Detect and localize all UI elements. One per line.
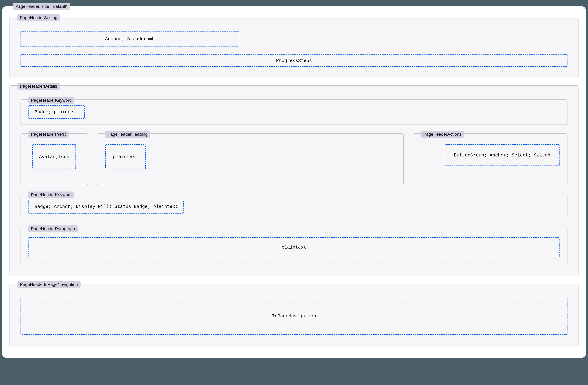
pageheader-heading-panel: plaintext — [97, 133, 404, 185]
pageheader-details-panel: PageHeaderKeyword Badge; plaintext PageH… — [9, 85, 579, 276]
pageheader-inpagenav-label: PageHeaderInPageNavigation — [17, 281, 81, 288]
paragraph-slot: plaintext — [28, 237, 560, 257]
heading-slot: plaintext — [105, 144, 146, 169]
pageheader-actions-panel: ButtonGroup; Anchor; Select; Switch — [413, 133, 567, 185]
pageheader-inpagenav-panel: InPageNavigation — [9, 284, 579, 347]
pageheader-setting-panel: Anchor; Breadcrumb ProgressSteps — [9, 17, 579, 78]
pageheader-actions-label: PageHeaderActions — [420, 131, 464, 138]
pageheader-keyword-top-label: PageHeaderKeyword — [28, 97, 74, 104]
pageheader-prefix-panel: Avatar;Icon — [21, 133, 88, 185]
pageheader-keyword-bottom-label: PageHeaderKeyword — [28, 192, 74, 198]
prefix-slot: Avatar;Icon — [32, 144, 76, 169]
keyword-top-slot: Badge; plaintext — [28, 105, 85, 119]
pageheader-prefix-label: PageHeaderPrefix — [28, 131, 69, 138]
pageheader-details-label: PageHeaderDetails — [17, 83, 60, 90]
pageheader-paragraph-label: PageHeaderParagraph — [28, 226, 78, 232]
pageheader-paragraph-panel: plaintext — [21, 228, 567, 265]
inpagenav-slot: InPageNavigation — [21, 298, 567, 335]
pageheader-setting-label: PageHeaderSetting — [17, 14, 60, 21]
pageheader-container: PageHeaderSetting Anchor; Breadcrumb Pro… — [2, 6, 586, 358]
pageheader-keyword-bottom-panel: Badge; Anchor; Display Pill; Status Badg… — [21, 194, 567, 219]
progress-steps-slot: ProgressSteps — [21, 55, 567, 67]
actions-slot: ButtonGroup; Anchor; Select; Switch — [445, 144, 560, 166]
pageheader-root-label: PageHeader, size="default" — [13, 3, 70, 10]
keyword-bottom-slot: Badge; Anchor; Display Pill; Status Badg… — [28, 200, 184, 213]
pageheader-keyword-top-panel: Badge; plaintext — [21, 99, 567, 125]
pageheader-heading-label: PageHeaderHeading — [105, 131, 150, 138]
breadcrumb-slot: Anchor; Breadcrumb — [21, 31, 239, 47]
